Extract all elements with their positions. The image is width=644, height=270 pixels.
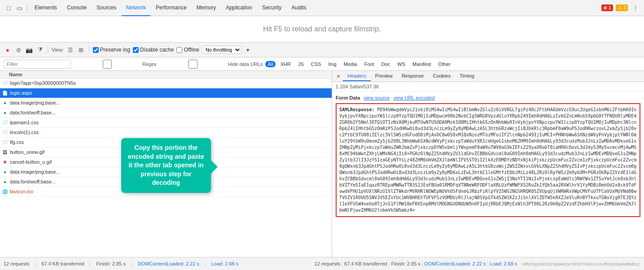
hide-data-urls-checkbox[interactable] <box>159 60 227 69</box>
table-row[interactable]: ● data:font/woff;base... <box>0 108 332 118</box>
name-column-header: Name <box>0 72 332 77</box>
detail-content: Form Data view source view URL encoded S… <box>332 91 644 257</box>
row-favicon-icon: ● <box>2 109 8 116</box>
tab-cookies[interactable]: Cookies <box>428 71 455 81</box>
table-row[interactable]: 📄 login?app=0sp30000000TN5x <box>0 78 332 88</box>
row-favicon-icon: ● <box>2 100 8 106</box>
status-load-right[interactable]: Load: 2.68 s <box>490 261 517 266</box>
offline-checkbox[interactable] <box>176 47 182 53</box>
throttling-chevron-icon[interactable]: ▾ <box>244 46 252 54</box>
regex-label[interactable]: Regex <box>74 60 157 69</box>
status-bar: 12 requests | 67.4 KB transferred | Fini… <box>0 257 644 270</box>
status-finish-left: Finish: 2.85 s <box>96 261 126 266</box>
camera-btn[interactable]: 📷 <box>25 46 33 54</box>
status-domloaded-left[interactable]: DOMContentLoaded: 2.22 s <box>138 261 199 266</box>
table-row[interactable]: 📄 lpamain1.css <box>0 118 332 128</box>
filter-btn[interactable]: ⧩ <box>36 46 44 54</box>
preserve-log-label[interactable]: Preserve log <box>93 47 130 53</box>
form-data-header: Form Data view source view URL encoded <box>336 95 640 100</box>
filter-other[interactable]: Other <box>436 61 453 67</box>
status-finish-right: Finish: 2.85 s <box>391 261 420 266</box>
toolbar-sep-2 <box>89 46 89 53</box>
row-favicon-icon: 🌐 <box>2 188 8 195</box>
row-filename: lpamain1.css <box>10 120 330 125</box>
tab-elements[interactable]: Elements <box>30 0 61 16</box>
row-favicon-icon: 📄 <box>2 139 8 145</box>
record-btn[interactable]: ● <box>4 46 12 54</box>
table-row[interactable]: 📄 lincoln(1).css <box>0 128 332 138</box>
grid-view-btn[interactable]: ⊞ <box>77 46 85 54</box>
table-row[interactable]: ● data:image/png;base... <box>0 98 332 108</box>
tab-console[interactable]: Console <box>62 0 91 16</box>
status-requests-left: 12 requests <box>4 261 29 266</box>
warn-badge: ⚠ 3 <box>616 4 628 11</box>
tab-timing[interactable]: Timing <box>455 71 479 81</box>
filmstrip-message: Hit F5 to reload and capture filmstrip. <box>263 25 381 33</box>
row-filename: login.aspx <box>10 90 330 96</box>
tab-application[interactable]: Application <box>221 0 257 16</box>
tab-sources[interactable]: Sources <box>92 0 121 16</box>
filter-css[interactable]: CSS <box>309 61 324 67</box>
devtools-tabbar: □ ▭ Elements Console Sources Network Per… <box>0 0 644 16</box>
tab-memory[interactable]: Memory <box>192 0 220 16</box>
copy-tooltip: Copy this portion the encoded string and… <box>121 138 211 193</box>
tab-preview[interactable]: Preview <box>371 71 397 81</box>
view-url-encoded-link[interactable]: view URL encoded <box>393 95 434 100</box>
row-favicon-icon: 📄 <box>2 129 8 135</box>
throttling-select[interactable]: No throttling <box>202 46 241 54</box>
form-data-title: Form Data <box>336 95 360 100</box>
filter-img[interactable]: Img <box>326 61 338 67</box>
filter-font[interactable]: Font <box>362 61 377 67</box>
detail-close-btn[interactable]: × <box>334 71 343 82</box>
status-transferred-left: 67.4 KB transferred <box>41 261 84 266</box>
tab-security[interactable]: Security <box>258 0 286 16</box>
row-favicon-icon: ● <box>2 179 8 185</box>
status-load-left[interactable]: Load: 2.68 s <box>211 261 239 266</box>
tab-audits[interactable]: Audits <box>287 0 311 16</box>
devtools-window: □ ▭ Elements Console Sources Network Per… <box>0 0 644 270</box>
error-badge: ⊗ 1 <box>601 4 613 11</box>
device-toggle-btn[interactable]: ▭ <box>14 3 24 13</box>
filter-manifest[interactable]: Manifest <box>410 61 434 67</box>
row-favicon-icon: 📄 <box>2 119 8 126</box>
detail-tabbar: × Headers Preview Response Cookies Timin… <box>332 71 644 82</box>
badges-area: ⊗ 1 ⚠ 3 ⋮ <box>601 3 640 13</box>
more-options-btn[interactable]: ⋮ <box>631 3 640 13</box>
main-panel: Name 📄 login?app=0sp30000000TN5x 📄 login… <box>0 71 644 257</box>
tooltip-text: Copy this portion the encoded string and… <box>128 144 204 186</box>
hide-data-urls-label[interactable]: Hide data URLs <box>159 60 263 69</box>
tab-network[interactable]: Network <box>122 0 150 16</box>
saml-response-content: SAMLResponse: PD94bWwgdmVyc21vbj0iMS4wIi… <box>336 103 640 217</box>
list-view-btn[interactable]: ☰ <box>66 46 74 54</box>
filter-ws[interactable]: WS <box>395 61 407 67</box>
filter-input[interactable] <box>4 60 71 69</box>
tab-separator-1 <box>27 4 27 12</box>
regex-checkbox[interactable] <box>74 60 141 69</box>
clear-btn[interactable]: ⊘ <box>14 46 22 54</box>
table-row[interactable]: 📄 login.aspx <box>0 88 332 98</box>
status-domloaded-right[interactable]: DOMContentLoaded: 2.22 s <box>425 261 486 266</box>
network-toolbar: ● ⊘ 📷 ⧩ View: ☰ ⊞ Preserve log Disable c… <box>0 43 644 57</box>
preserve-log-checkbox[interactable] <box>93 47 99 53</box>
tab-headers[interactable]: Headers <box>343 71 371 81</box>
row-favicon-icon: ● <box>2 169 8 175</box>
inspect-element-btn[interactable]: □ <box>4 3 13 13</box>
view-source-link[interactable]: view source <box>364 95 390 100</box>
filter-doc[interactable]: Doc <box>379 61 393 67</box>
offline-label[interactable]: Offline <box>176 47 199 53</box>
status-right: 12 requests | 67.4 KB transferred | Fini… <box>315 261 640 266</box>
disable-cache-label[interactable]: Disable cache <box>133 47 174 53</box>
disable-cache-checkbox[interactable] <box>133 47 139 53</box>
row-filename: lincoln(1).css <box>10 130 330 135</box>
tab-response[interactable]: Response <box>397 71 429 81</box>
status-requests-right: 12 requests <box>315 261 340 266</box>
tab-performance[interactable]: Performance <box>151 0 191 16</box>
filter-js[interactable]: JS <box>296 61 306 67</box>
row-filename: data:font/woff;base... <box>10 110 330 115</box>
filter-all[interactable]: All <box>265 61 275 67</box>
row-filename: login?app=0sp30000000TN5x <box>10 80 330 86</box>
filter-xhr[interactable]: XHR <box>278 61 293 67</box>
filter-media[interactable]: Media <box>342 61 359 67</box>
row-favicon-icon: 📄 <box>2 80 8 86</box>
list-header: Name <box>0 71 332 78</box>
